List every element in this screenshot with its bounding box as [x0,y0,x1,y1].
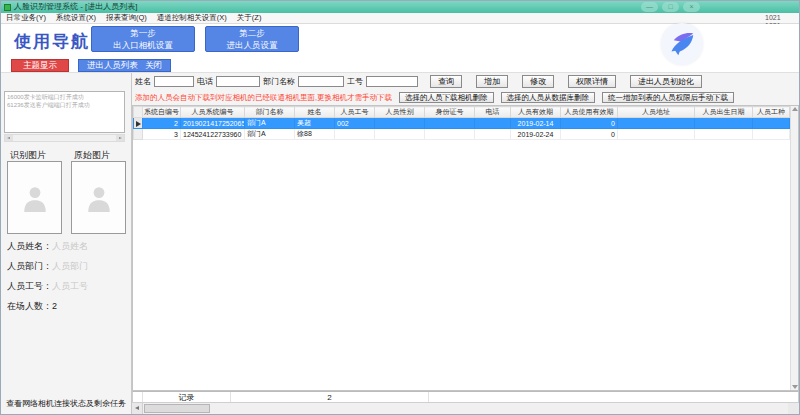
step1-camera-setup-button[interactable]: 第一步 出入口相机设置 [91,26,195,52]
table-header-row: 系统自编号 人员系统编号 部门名称 姓名 人员工号 人员性别 身份证号 电话 人… [134,107,790,118]
cell-phone [475,118,511,129]
toolbar-buttons: 查询 增加 修改 权限详情 进出人员初始化 [430,75,702,88]
theme-display-button[interactable]: 主题显示 [11,59,69,72]
personnel-table: 系统自编号 人员系统编号 部门名称 姓名 人员工号 人员性别 身份证号 电话 人… [132,105,799,391]
menu-daily-business[interactable]: 日常业务(Y) [6,13,46,23]
scrollbar-thumb[interactable] [144,404,210,413]
cell-dept: 部门A [245,129,295,140]
present-count-field: 在场人数：2 [7,300,57,313]
col-header[interactable]: 姓名 [295,107,335,118]
corner-number-top: 1021 [765,14,781,22]
scroll-up-icon[interactable] [792,107,798,111]
person-dept-label: 人员部门： [7,261,52,271]
col-header[interactable]: 人员使用有效期 [561,107,618,118]
cell-idcard [425,118,475,129]
cell-jobtype [753,118,790,129]
permission-detail-button[interactable]: 权限详情 [568,75,616,88]
scroll-down-icon[interactable] [792,385,798,389]
menu-report-query[interactable]: 报表查询(Q) [106,13,147,23]
col-header[interactable]: 人员工号 [335,107,375,118]
log-horizontal-scrollbar[interactable] [4,134,125,142]
cell-sys-no: 2 [143,118,181,129]
cell-jobtype [753,129,790,140]
original-image-placeholder [71,161,126,234]
menu-about[interactable]: 关于(Z) [237,13,262,23]
phone-filter-label: 电话 [197,76,213,87]
dept-filter-input[interactable] [298,76,344,87]
cell-address [618,129,695,140]
monitor-log-box[interactable]: 16000发卡监听端口打开成功 61236发送客户端端口打开成功 [4,91,125,133]
scroll-left-icon[interactable] [5,135,13,141]
query-button[interactable]: 查询 [430,75,462,88]
horizontal-scrollbar[interactable] [132,403,799,414]
resize-grip [788,403,799,414]
person-name-field: 人员姓名：人员姓名 [7,240,88,253]
cell-gender [375,118,425,129]
grid-area: 系统自编号 人员系统编号 部门名称 姓名 人员工号 人员性别 身份证号 电话 人… [133,106,790,390]
phone-filter-input[interactable] [216,76,260,87]
step2-personnel-setup-button[interactable]: 第二步 进出人员设置 [205,26,299,52]
row-selector-cell[interactable] [134,129,143,140]
app-icon [4,4,11,11]
tab-close-button[interactable]: 关闭 [145,60,162,71]
cell-phone [475,129,511,140]
cell-valid-date: 2019-02-14 [511,118,561,129]
maximize-button[interactable]: □ [662,2,679,12]
col-header[interactable]: 人员系统编号 [181,107,245,118]
col-header[interactable]: 人员有效期 [511,107,561,118]
bird-logo [661,23,703,65]
menu-system-settings[interactable]: 系统设置(X) [56,13,96,23]
nav-title: 使用导航 [14,30,90,53]
step1-line1: 第一步 [98,27,188,39]
minimize-button[interactable]: — [641,2,658,12]
modify-button[interactable]: 修改 [522,75,554,88]
add-button[interactable]: 增加 [476,75,508,88]
cell-birthdate [695,129,753,140]
delete-from-camera-button[interactable]: 选择的人员下载相机删除 [399,92,494,103]
cell-sys-no: 3 [143,129,181,140]
col-header[interactable]: 人员工种 [753,107,790,118]
window-title: 人脸识别管理系统 - [进出人员列表] [14,2,138,12]
row-selector-cell[interactable] [134,118,143,129]
col-header[interactable]: 人员地址 [618,107,695,118]
batch-permission-download-button[interactable]: 统一增加到表的人员权限后手动下载 [602,92,734,103]
col-header[interactable]: 人员出生日期 [695,107,753,118]
scroll-left-icon[interactable] [132,403,143,414]
tab-personnel-list[interactable]: 进出人员列表 关闭 [78,59,171,72]
present-count-label: 在场人数： [7,301,52,311]
col-header[interactable]: 电话 [475,107,511,118]
person-workid-label: 人员工号： [7,281,52,291]
vertical-scrollbar[interactable] [790,106,798,390]
menu-channel-control[interactable]: 通道控制相关设置(X) [157,13,227,23]
recognized-image-placeholder [7,161,62,234]
person-silhouette-icon [22,184,48,212]
close-button[interactable]: × [683,2,700,12]
person-workid-value: 人员工号 [52,281,88,291]
col-header[interactable]: 部门名称 [245,107,295,118]
camera-status-link[interactable]: 查看网络相机连接状态及剩余任务 [6,398,126,409]
workid-filter-input[interactable] [366,76,418,87]
filter-toolbar: 姓名 电话 部门名称 工号 查询 增加 修改 权限详情 进出人员初始化 [132,73,799,90]
cell-person-sys-id: 2019021417252065 [181,118,245,129]
record-count: 2 [231,392,429,402]
col-header[interactable]: 身份证号 [425,107,475,118]
person-dept-field: 人员部门：人员部门 [7,260,88,273]
table-row[interactable]: 2 2019021417252065 部门A 吴超 002 2019-02-14… [134,118,790,129]
col-header[interactable]: 人员性别 [375,107,425,118]
log-line: 16000发卡监听端口打开成功 [7,93,122,101]
step2-line2: 进出人员设置 [212,39,292,51]
delete-from-db-button[interactable]: 选择的人员从数据库删除 [501,92,596,103]
cell-name: 吴超 [295,118,335,129]
col-header[interactable]: 系统自编号 [143,107,181,118]
scroll-right-icon[interactable] [116,135,124,141]
table-row[interactable]: 3 124524122733960 部门A 徐88 2019-02-24 0 [134,129,790,140]
personnel-init-button[interactable]: 进出人员初始化 [630,75,702,88]
cell-workid: 002 [335,118,375,129]
person-name-label: 人员姓名： [7,241,52,251]
cell-valid-date: 2019-02-24 [511,129,561,140]
person-dept-value: 人员部门 [52,261,88,271]
cell-name: 徐88 [295,129,335,140]
cell-gender [375,129,425,140]
name-filter-input[interactable] [154,76,194,87]
cell-use-valid: 0 [561,118,618,129]
